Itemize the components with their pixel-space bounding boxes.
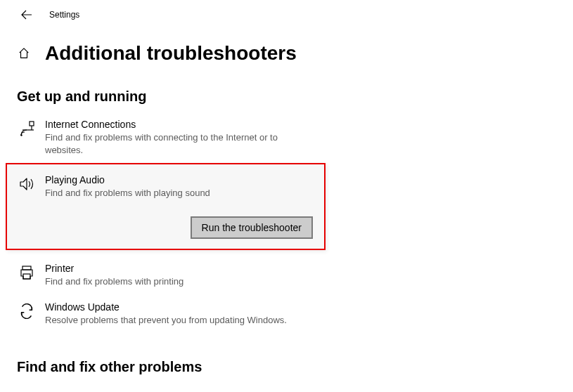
svg-rect-5 [23,274,30,279]
section-heading-get-up: Get up and running [0,69,573,112]
internet-icon [17,119,37,138]
troubleshooter-desc: Resolve problems that prevent you from u… [45,314,307,327]
refresh-icon [17,301,37,321]
app-title: Settings [49,10,79,20]
troubleshooter-update[interactable]: Windows Update Resolve problems that pre… [0,294,323,334]
back-arrow-icon [21,9,32,20]
home-icon[interactable] [17,46,31,60]
troubleshooter-internet[interactable]: Internet Connections Find and fix proble… [0,112,323,163]
header-row: Additional troubleshooters [0,25,573,69]
svg-rect-0 [30,122,34,126]
svg-point-3 [20,134,22,136]
troubleshooter-desc: Find and fix problems with printing [45,275,307,288]
troubleshooter-audio[interactable]: Playing Audio Find and fix problems with… [6,163,326,250]
back-button[interactable] [17,5,37,25]
audio-icon [17,174,37,194]
printer-icon [17,263,37,282]
run-troubleshooter-button[interactable]: Run the troubleshooter [191,216,313,239]
section-heading-find-fix: Find and fix other problems [0,334,573,382]
troubleshooter-title: Playing Audio [45,174,313,185]
page-title: Additional troubleshooters [45,42,297,65]
troubleshooter-desc: Find and fix problems with playing sound [45,187,313,200]
troubleshooter-title: Internet Connections [45,119,307,130]
troubleshooter-title: Printer [45,263,307,274]
troubleshooter-title: Windows Update [45,301,307,313]
topbar: Settings [0,0,573,25]
troubleshooter-desc: Find and fix problems with connecting to… [45,131,307,156]
troubleshooter-printer[interactable]: Printer Find and fix problems with print… [0,256,323,295]
svg-rect-4 [22,266,31,270]
